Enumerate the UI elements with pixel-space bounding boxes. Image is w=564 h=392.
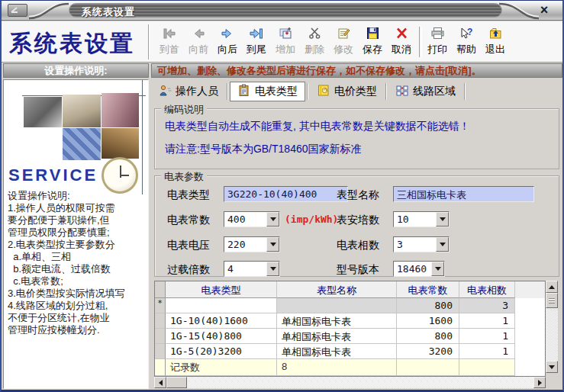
first-record-button[interactable]: 到首: [155, 24, 184, 59]
grid-column-header[interactable]: 表型名称: [277, 281, 397, 298]
save-button[interactable]: 保存: [358, 24, 387, 59]
next-record-button[interactable]: 向后: [213, 24, 242, 59]
vertical-scroll-thumb[interactable]: [546, 293, 558, 308]
close-button[interactable]: ×: [537, 2, 552, 18]
cancel-button[interactable]: 取消: [387, 24, 416, 59]
meter-constant-combo[interactable]: 400: [224, 211, 280, 227]
scroll-right-icon[interactable]: [533, 377, 546, 388]
collage-photo-tools: [24, 97, 62, 127]
cell-meter-constant[interactable]: 3200: [397, 344, 459, 359]
grid-new-row[interactable]: * 800 3: [155, 298, 545, 313]
model-name-input[interactable]: 三相国标电卡表: [393, 186, 534, 202]
instruction-line: 管理时应按楼幢划分.: [8, 324, 148, 336]
tab-meter-type[interactable]: 电表类型: [230, 82, 305, 101]
scrollbar-corner: [546, 377, 558, 388]
toolbar-separator: [416, 27, 423, 57]
cell-phases[interactable]: 1: [459, 313, 515, 329]
grid-vertical-scrollbar[interactable]: [546, 281, 558, 373]
meter-constant-unit: (imp/kWh): [285, 214, 338, 225]
notice-bar: 可增加、删除、修改各类型后请进行保存，如不保存修改，请点击[取消]。: [151, 63, 562, 78]
scroll-down-icon[interactable]: [546, 361, 558, 373]
collage-photo-watch: [102, 157, 138, 194]
cell-meter-constant[interactable]: 800: [397, 329, 459, 344]
voltage-combo[interactable]: 220: [224, 236, 280, 252]
grid-column-header[interactable]: 电表常数: [397, 281, 459, 298]
cell-phases[interactable]: 3: [459, 298, 515, 313]
line-area-icon: [395, 85, 409, 99]
meter-type-input[interactable]: 3G220-10(40)400: [224, 186, 348, 202]
prev-record-button[interactable]: 向前: [184, 24, 213, 59]
modify-record-button[interactable]: 修改: [329, 24, 358, 59]
chevron-down-icon[interactable]: [436, 212, 449, 227]
grid-row[interactable]: 1G-15(40)800 单相国标电卡表 800 1: [155, 329, 545, 344]
exit-icon: [488, 26, 502, 40]
titlebar: 系统表设置 ×: [2, 1, 562, 21]
cell-meter-type[interactable]: 1G-15(40)800: [166, 329, 277, 344]
row-selector[interactable]: [155, 329, 166, 344]
horizontal-scroll-thumb[interactable]: [166, 377, 187, 388]
toolbar: 到首 向前 向后 到尾 增加 删除: [155, 24, 510, 60]
instruction-line: a.单相、三相: [8, 251, 148, 263]
cell-model-name[interactable]: 单相国标电卡表: [277, 344, 397, 359]
titlebar-pill: 系统表设置: [69, 3, 502, 18]
grid-row[interactable]: 1G-10(40)1600 单相国标电卡表 1600 1: [155, 313, 545, 329]
grid-column-header[interactable]: 电表类型: [166, 281, 277, 298]
cell-phases[interactable]: 1: [459, 329, 515, 344]
operator-icon: [158, 85, 172, 99]
overload-combo[interactable]: 4: [224, 261, 280, 277]
delete-record-button[interactable]: 删除: [300, 24, 329, 59]
cell-meter-type[interactable]: [166, 298, 277, 313]
record-count-value: 8: [277, 359, 397, 376]
ampere-combo[interactable]: 10: [393, 211, 450, 227]
meter-type-grid: 电表类型 表型名称 电表常数 电表相数 * 800 3 1G-10(40)160…: [154, 281, 546, 377]
scroll-up-icon[interactable]: [546, 281, 558, 293]
cell-model-name[interactable]: [277, 298, 397, 313]
model-version-label: 型号版本: [337, 263, 379, 277]
collage-photo-keyboard: [63, 128, 101, 160]
phases-combo[interactable]: 3: [393, 236, 450, 252]
cell-phases[interactable]: 1: [459, 344, 515, 359]
row-selector[interactable]: *: [155, 298, 166, 313]
chevron-down-icon[interactable]: [431, 262, 444, 276]
last-record-button[interactable]: 到尾: [242, 24, 271, 59]
cell-model-name[interactable]: 单相国标电卡表: [277, 313, 397, 329]
instruction-line: c.电表常数;: [8, 275, 148, 288]
exit-button[interactable]: 退出: [481, 24, 510, 59]
tab-price-type[interactable]: 电价类型: [310, 81, 384, 102]
scroll-left-icon[interactable]: [154, 377, 166, 388]
add-record-button[interactable]: 增加: [271, 24, 300, 59]
chevron-down-icon[interactable]: [266, 262, 279, 276]
row-selector[interactable]: [155, 344, 166, 359]
chevron-down-icon[interactable]: [266, 237, 279, 252]
instruction-line: 2.电表类型按主要参数分: [8, 239, 148, 251]
record-count-label: 记录数: [166, 359, 277, 376]
tab-separator: [227, 83, 228, 100]
model-version-combo[interactable]: 18460: [393, 261, 445, 277]
grid-horizontal-scrollbar[interactable]: [154, 377, 546, 388]
chevron-down-icon[interactable]: [436, 237, 449, 252]
cell-model-name[interactable]: 单相国标电卡表: [277, 329, 397, 344]
help-button[interactable]: ? 帮助: [452, 24, 481, 59]
ampere-label: 表安培数: [337, 214, 379, 227]
grid-column-header[interactable]: 电表相数: [459, 281, 515, 298]
tab-operators[interactable]: 操作人员: [151, 81, 225, 102]
tab-line-area[interactable]: 线路区域: [388, 81, 462, 102]
collage-photo-pen: [63, 95, 101, 127]
footer-empty-cell: [459, 359, 515, 376]
tab-bar: 操作人员 电表类型 电价类型 线路区域: [151, 80, 562, 103]
print-button[interactable]: 打印: [423, 24, 452, 59]
help-icon: ?: [459, 26, 474, 40]
cell-meter-type[interactable]: 1G-10(40)1600: [166, 313, 277, 329]
page-title: 系统表设置: [9, 28, 135, 59]
cell-meter-constant[interactable]: 1600: [397, 313, 459, 329]
collage-photo-pencils: [102, 93, 139, 127]
instruction-line: 不便于分区统计,在物业: [8, 312, 148, 324]
cell-meter-constant[interactable]: 800: [397, 298, 459, 313]
row-selector[interactable]: [155, 313, 166, 329]
grid-row[interactable]: 1G-5(20)3200 单相国标电卡表 3200 1: [155, 344, 545, 359]
params-groupbox: 电表参数 电表类型 3G220-10(40)400 表型名称 三相国标电卡表 电…: [154, 175, 559, 277]
next-icon: [220, 26, 235, 40]
cell-meter-type[interactable]: 1G-5(20)3200: [166, 344, 277, 359]
first-icon: [162, 26, 177, 40]
chevron-down-icon[interactable]: [266, 212, 279, 227]
